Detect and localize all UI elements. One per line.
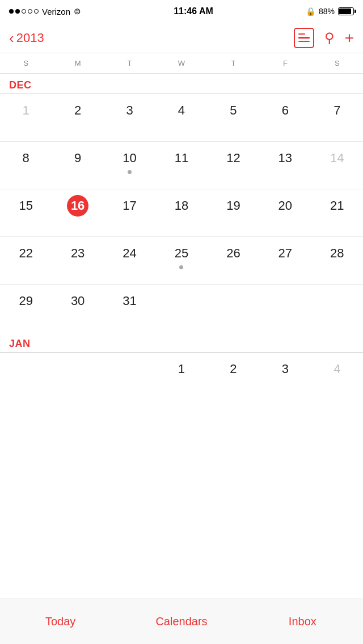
month-label: JAN: [0, 332, 363, 352]
day-cell[interactable]: 4: [311, 358, 363, 380]
day-number: 11: [171, 147, 192, 169]
back-button[interactable]: ‹ 2013: [9, 31, 44, 45]
day-cell[interactable]: 26: [208, 243, 259, 264]
day-cell[interactable]: 13: [259, 147, 311, 169]
day-number: 12: [222, 147, 244, 169]
tab-bar: Today Calendars Inbox: [0, 599, 363, 644]
day-number: 23: [67, 243, 88, 264]
day-cell[interactable]: 5: [208, 100, 259, 121]
day-cell[interactable]: 31: [104, 290, 155, 312]
day-cell[interactable]: 2: [52, 100, 103, 121]
day-cell[interactable]: 30: [52, 290, 103, 312]
calendar-body: DEC1234567891011121314151617181920212223…: [0, 74, 363, 599]
day-cell[interactable]: 16: [52, 195, 103, 217]
day-number: 15: [15, 195, 37, 217]
chevron-left-icon: ‹: [9, 31, 14, 45]
dot-1: [9, 9, 14, 14]
add-button[interactable]: +: [345, 29, 354, 47]
day-number: 22: [15, 243, 37, 264]
day-cell[interactable]: 25: [155, 243, 207, 269]
day-number: 16: [67, 195, 88, 217]
lock-icon: 🔒: [306, 7, 315, 16]
day-cell[interactable]: 15: [0, 195, 52, 217]
day-cell[interactable]: 27: [259, 243, 311, 264]
day-number: 4: [171, 100, 192, 121]
day-cell[interactable]: 3: [104, 100, 155, 121]
day-cell[interactable]: 7: [311, 100, 363, 121]
day-cell[interactable]: 9: [52, 147, 103, 169]
day-cell[interactable]: 24: [104, 243, 155, 264]
day-number: 26: [222, 243, 244, 264]
week-row: 1234: [0, 353, 363, 400]
list-view-button[interactable]: [294, 28, 314, 48]
battery-fill: [339, 9, 351, 14]
day-cell[interactable]: 17: [104, 195, 155, 217]
dot-2: [15, 9, 20, 14]
day-number: 19: [222, 195, 244, 217]
signal-dots: [9, 9, 39, 14]
day-cell[interactable]: 3: [259, 358, 311, 380]
day-cell[interactable]: 8: [0, 147, 52, 169]
day-cell[interactable]: 6: [259, 100, 311, 121]
day-cell[interactable]: 2: [208, 358, 259, 380]
day-number: 8: [15, 147, 37, 169]
day-header-S: S: [311, 59, 363, 67]
dot-4: [28, 9, 32, 14]
day-cell[interactable]: 14: [311, 147, 363, 169]
week-row: 891011121314: [0, 142, 363, 189]
day-cell[interactable]: 19: [208, 195, 259, 217]
search-button[interactable]: ⚲: [324, 30, 335, 46]
carrier-label: Verizon: [42, 7, 70, 16]
day-cell[interactable]: 23: [52, 243, 103, 264]
month-label: DEC: [0, 74, 363, 94]
day-number: 4: [326, 358, 348, 380]
day-number: 3: [275, 358, 296, 380]
day-number: 14: [326, 147, 348, 169]
status-bar: Verizon ⊜ 11:46 AM 🔒 88%: [0, 0, 363, 23]
day-number: 6: [275, 100, 296, 121]
day-number: 31: [119, 290, 141, 312]
day-number: 29: [15, 290, 37, 312]
year-label: 2013: [16, 31, 44, 45]
day-cell[interactable]: 1: [155, 358, 207, 380]
day-number: 3: [119, 100, 141, 121]
day-header-S: S: [0, 59, 52, 67]
day-number: 24: [119, 243, 141, 264]
day-number: 25: [171, 243, 192, 264]
battery-percent: 88%: [319, 7, 335, 16]
status-time: 11:46 AM: [174, 6, 213, 16]
day-header-T: T: [104, 59, 155, 67]
calendars-tab[interactable]: Calendars: [121, 599, 242, 644]
day-number: 13: [275, 147, 296, 169]
month-section-dec: DEC1234567891011121314151617181920212223…: [0, 74, 363, 332]
day-number: 5: [222, 100, 244, 121]
day-cell[interactable]: 11: [155, 147, 207, 169]
week-row: 15161718192021: [0, 189, 363, 237]
dot-3: [22, 9, 26, 14]
day-cell[interactable]: 1: [0, 100, 52, 121]
day-cell[interactable]: 18: [155, 195, 207, 217]
day-number: 10: [119, 147, 141, 169]
day-cell[interactable]: 10: [104, 147, 155, 174]
week-row: 293031: [0, 285, 363, 332]
day-header-W: W: [155, 59, 207, 67]
event-dot: [128, 170, 132, 174]
day-cell[interactable]: 29: [0, 290, 52, 312]
week-row: 22232425262728: [0, 237, 363, 285]
day-header-M: M: [52, 59, 103, 67]
day-cell[interactable]: 28: [311, 243, 363, 264]
week-row: 1234567: [0, 94, 363, 142]
day-number: 21: [326, 195, 348, 217]
day-number: 2: [222, 358, 244, 380]
today-tab[interactable]: Today: [0, 599, 121, 644]
day-cell[interactable]: 21: [311, 195, 363, 217]
inbox-tab[interactable]: Inbox: [242, 599, 363, 644]
wifi-icon: ⊜: [74, 6, 81, 16]
day-cell[interactable]: 20: [259, 195, 311, 217]
day-cell[interactable]: 12: [208, 147, 259, 169]
day-cell[interactable]: 22: [0, 243, 52, 264]
day-cell[interactable]: 4: [155, 100, 207, 121]
status-right: 🔒 88%: [306, 7, 354, 16]
day-number: 28: [326, 243, 348, 264]
day-number: 1: [171, 358, 192, 380]
